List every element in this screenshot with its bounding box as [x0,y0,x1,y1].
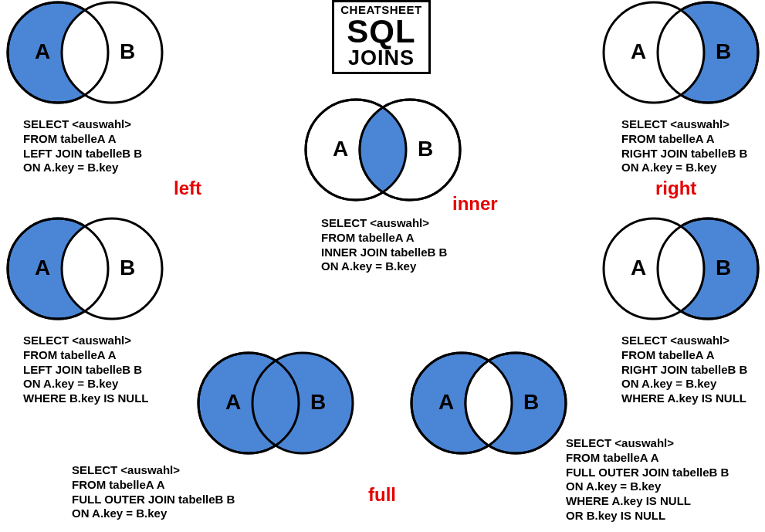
venn-right-join: A B [596,0,765,113]
label-a: A [333,137,348,161]
venn-inner-join: A B [298,94,468,210]
label-a: A [438,390,454,414]
venn-full-excl: A B [404,347,574,463]
label-b: B [716,256,731,280]
label-full: full [368,484,396,506]
label-b: B [523,390,539,414]
label-left: left [174,178,201,199]
label-b: B [310,390,326,414]
code-inner-join: SELECT <auswahl> FROM tabelleA A INNER J… [321,216,447,274]
label-a: A [631,256,646,280]
svg-point-4 [604,2,704,103]
code-right-excl: SELECT <auswahl> FROM tabelleA A RIGHT J… [621,334,747,406]
venn-full-join: A B [191,347,360,463]
code-left-excl: SELECT <auswahl> FROM tabelleA A LEFT JO… [23,334,149,406]
logo-box: CHEATSHEET SQL JOINS [332,0,431,74]
code-full-excl: SELECT <auswahl> FROM tabelleA A FULL OU… [566,436,729,524]
label-b: B [716,39,731,63]
svg-point-13 [62,219,162,319]
venn-right-excl: A B [596,213,765,329]
label-b: B [120,256,135,280]
label-right: right [655,178,696,199]
svg-point-16 [604,219,704,319]
label-b: B [418,137,433,161]
code-full-join: SELECT <auswahl> FROM tabelleA A FULL OU… [72,463,235,521]
label-inner: inner [452,193,498,215]
venn-left-excl: A B [0,213,170,329]
code-left-join: SELECT <auswahl> FROM tabelleA A LEFT JO… [23,117,142,175]
label-a: A [631,39,646,63]
label-a: A [225,390,241,414]
svg-point-1 [62,2,162,103]
label-a: A [35,256,50,280]
venn-left-join: A B [0,0,170,113]
svg-point-19 [252,353,353,453]
label-a: A [35,39,50,63]
code-right-join: SELECT <auswahl> FROM tabelleA A RIGHT J… [621,117,747,175]
logo-line2: SQL [337,15,425,48]
logo-line3: JOINS [337,48,425,69]
label-b: B [120,39,135,63]
